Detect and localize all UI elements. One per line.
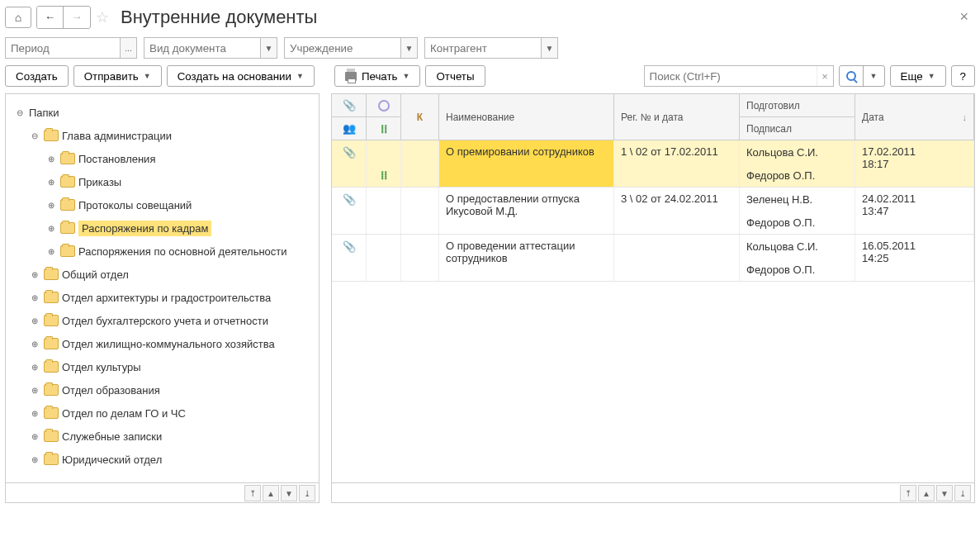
- period-input[interactable]: [6, 38, 120, 58]
- expand-icon[interactable]: ⊕: [29, 315, 40, 326]
- arrow-left-icon: ←: [45, 11, 55, 23]
- period-ellipsis-button[interactable]: ...: [120, 38, 136, 58]
- scroll-bottom-button[interactable]: ⤓: [299, 485, 315, 501]
- col-prepared[interactable]: Подготовил: [740, 94, 855, 117]
- expand-icon[interactable]: ⊕: [29, 292, 40, 303]
- cell-status2: [367, 211, 401, 234]
- doctype-input[interactable]: [144, 38, 260, 58]
- search-button[interactable]: ▼: [839, 65, 885, 87]
- search-input[interactable]: [645, 66, 817, 86]
- col-status1[interactable]: [367, 94, 401, 117]
- tree-node[interactable]: ⊕Отдел архитектуры и градостроительства: [9, 286, 315, 309]
- col-name[interactable]: Наименование: [439, 94, 614, 140]
- cell-status1: [367, 140, 401, 164]
- tree-node[interactable]: ⊕Юридический отдел: [9, 448, 315, 471]
- tree-node[interactable]: ⊕Распоряжения по основной деятельности: [9, 240, 315, 263]
- tree-node[interactable]: ⊕Общий отдел: [9, 263, 315, 286]
- folder-icon: [60, 245, 75, 257]
- help-button[interactable]: ?: [951, 65, 975, 87]
- contractor-filter[interactable]: ▼: [424, 37, 558, 59]
- org-filter[interactable]: ▼: [284, 37, 418, 59]
- tree-node[interactable]: ⊕Отдел по делам ГО и ЧС: [9, 401, 315, 425]
- folder-icon: [44, 292, 59, 303]
- expand-icon[interactable]: ⊕: [29, 268, 40, 280]
- tree-node[interactable]: ⊕Отдел бухгалтерского учета и отчетности: [9, 309, 315, 332]
- tree-label: Приказы: [78, 176, 121, 188]
- tree-node[interactable]: ⊕Отдел жилищно-коммунального хозяйства: [9, 332, 315, 355]
- more-button[interactable]: Еще▼: [890, 65, 946, 87]
- chevron-down-icon: ▼: [296, 72, 304, 80]
- scroll-top-button[interactable]: ⤒: [900, 485, 916, 501]
- expand-icon[interactable]: ⊕: [29, 430, 40, 442]
- folder-icon: [44, 361, 59, 373]
- collapse-icon[interactable]: ⊖: [29, 130, 40, 141]
- cell-signed: Федоров О.П.: [740, 258, 855, 281]
- col-date[interactable]: Дата↓: [855, 94, 974, 140]
- favorite-star-icon[interactable]: ☆: [96, 8, 109, 26]
- collapse-icon[interactable]: ⊖: [14, 107, 26, 118]
- chevron-down-icon[interactable]: ▼: [863, 66, 884, 86]
- back-button[interactable]: ←: [37, 7, 64, 28]
- table-row[interactable]: 📎О проведении аттестации сотрудниковКоль…: [332, 235, 974, 282]
- tree-node[interactable]: ⊕Отдел культуры: [9, 355, 315, 378]
- close-button[interactable]: ×: [953, 5, 975, 29]
- search-clear-button[interactable]: ×: [817, 66, 833, 86]
- reports-button[interactable]: Отчеты: [425, 65, 485, 87]
- send-button[interactable]: Отправить▼: [73, 65, 162, 87]
- col-k[interactable]: К: [401, 94, 439, 140]
- col-reg[interactable]: Рег. № и дата: [614, 94, 740, 140]
- tree-node[interactable]: ⊖Глава администрации: [9, 124, 315, 147]
- col-signed[interactable]: Подписал: [740, 117, 855, 140]
- expand-icon[interactable]: ⊕: [29, 454, 40, 465]
- expand-icon[interactable]: ⊕: [45, 153, 57, 164]
- org-input[interactable]: [285, 38, 400, 58]
- tree-label: Отдел по делам ГО и ЧС: [62, 407, 186, 420]
- expand-icon[interactable]: ⊕: [29, 407, 40, 419]
- tree-node[interactable]: ⊖Папки: [9, 101, 315, 124]
- scroll-bottom-button[interactable]: ⤓: [954, 485, 971, 501]
- home-button[interactable]: ⌂: [5, 7, 31, 28]
- tree-node[interactable]: ⊕Распоряжения по кадрам: [9, 216, 315, 240]
- period-filter[interactable]: ...: [5, 37, 137, 59]
- process-icon: ⁞⁞: [381, 122, 387, 135]
- org-dropdown-button[interactable]: ▼: [400, 38, 417, 58]
- contractor-dropdown-button[interactable]: ▼: [541, 38, 557, 58]
- scroll-down-button[interactable]: ▼: [281, 485, 297, 501]
- tree-footer: ⤒ ▲ ▼ ⤓: [6, 482, 319, 502]
- cell-status1: [367, 235, 401, 258]
- table-row[interactable]: 📎О предоставлении отпуска Икусовой М.Д.3…: [332, 188, 974, 235]
- expand-icon[interactable]: ⊕: [45, 245, 57, 257]
- tree-label: Общий отдел: [62, 268, 129, 281]
- doctype-dropdown-button[interactable]: ▼: [260, 38, 277, 58]
- cell-signed: Федоров О.П.: [740, 164, 855, 187]
- expand-icon[interactable]: ⊕: [45, 176, 57, 188]
- scroll-top-button[interactable]: ⤒: [244, 485, 261, 501]
- expand-icon[interactable]: ⊕: [29, 384, 40, 396]
- tree-node[interactable]: ⊕Отдел образования: [9, 378, 315, 401]
- table-header: 📎 👥 ⁞⁞ К Наименование Рег. № и дата Подг…: [332, 94, 974, 140]
- tree-node[interactable]: ⊕Протоколы совещаний: [9, 193, 315, 216]
- tree-label: Отдел бухгалтерского учета и отчетности: [62, 315, 268, 327]
- expand-icon[interactable]: ⊕: [29, 338, 40, 349]
- scroll-up-button[interactable]: ▲: [263, 485, 279, 501]
- scroll-up-button[interactable]: ▲: [918, 485, 935, 501]
- tree-node[interactable]: ⊕Служебные записки: [9, 425, 315, 448]
- folder-tree-panel: ⊖Папки⊖Глава администрации⊕Постановления…: [5, 93, 320, 503]
- create-button[interactable]: Создать: [5, 65, 69, 87]
- search-box[interactable]: ×: [644, 65, 834, 87]
- col-status2[interactable]: ⁞⁞: [367, 117, 401, 140]
- doctype-filter[interactable]: ▼: [144, 37, 277, 59]
- contractor-input[interactable]: [425, 38, 541, 58]
- expand-icon[interactable]: ⊕: [45, 199, 57, 211]
- create-based-button[interactable]: Создать на основании▼: [167, 65, 315, 87]
- expand-icon[interactable]: ⊕: [29, 361, 40, 373]
- table-row[interactable]: 📎⁞⁞О премировании сотрудников1 \ 02 от 1…: [332, 140, 974, 188]
- col-people[interactable]: 👥: [332, 117, 367, 140]
- print-button[interactable]: Печать▼: [334, 65, 421, 87]
- expand-icon[interactable]: ⊕: [45, 222, 57, 234]
- tree-node[interactable]: ⊕Приказы: [9, 170, 315, 193]
- tree-node[interactable]: ⊕Постановления: [9, 147, 315, 170]
- ring-icon: [378, 100, 390, 112]
- col-attachment[interactable]: 📎: [332, 94, 367, 117]
- scroll-down-button[interactable]: ▼: [936, 485, 953, 501]
